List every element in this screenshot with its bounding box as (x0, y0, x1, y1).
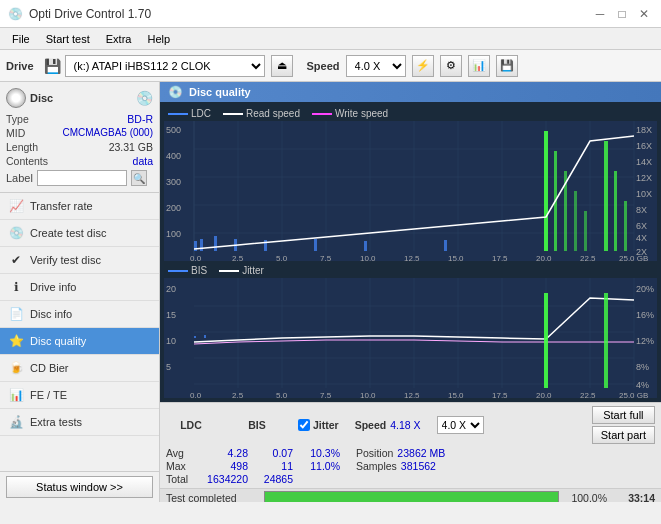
total-label: Total (166, 473, 201, 485)
speed-stat-select[interactable]: 4.0 X (437, 416, 484, 434)
length-label: Length (6, 141, 38, 153)
nav-transfer-rate[interactable]: 📈 Transfer rate (0, 193, 159, 220)
bis-legend-color (168, 270, 188, 272)
top-chart-legend: LDC Read speed Write speed (164, 106, 657, 121)
speed-icon-button[interactable]: ⚡ (412, 55, 434, 77)
svg-text:4X: 4X (636, 233, 647, 243)
drive-select[interactable]: (k:) ATAPI iHBS112 2 CLOK (65, 55, 265, 77)
minimize-button[interactable]: ─ (591, 5, 609, 23)
nav-verify-test-disc[interactable]: ✔ Verify test disc (0, 247, 159, 274)
menu-extra[interactable]: Extra (98, 31, 140, 47)
jitter-col-header: Jitter (313, 419, 339, 431)
svg-text:10.0: 10.0 (360, 391, 376, 398)
bis-col-header: BIS (248, 419, 266, 431)
nav-fe-te[interactable]: 📊 FE / TE (0, 382, 159, 409)
nav-disc-info-label: Disc info (30, 308, 72, 320)
svg-text:500: 500 (166, 125, 181, 135)
nav-cd-bier[interactable]: 🍺 CD Bier (0, 355, 159, 382)
nav-extra-tests[interactable]: 🔬 Extra tests (0, 409, 159, 436)
chart-button[interactable]: 📊 (468, 55, 490, 77)
type-value: BD-R (127, 113, 153, 125)
svg-rect-82 (604, 293, 608, 388)
svg-text:400: 400 (166, 151, 181, 161)
svg-text:15: 15 (166, 310, 176, 320)
avg-bis-value: 0.07 (256, 447, 293, 459)
speed-select[interactable]: 4.0 X 2.0 X 8.0 X (346, 55, 406, 77)
nav-create-test-label: Create test disc (30, 227, 106, 239)
settings-button[interactable]: ⚙ (440, 55, 462, 77)
mid-value: CMCMAGBA5 (000) (62, 127, 153, 139)
svg-text:20%: 20% (636, 284, 654, 294)
disc-info-icon: 📄 (8, 306, 24, 322)
svg-text:7.5: 7.5 (320, 391, 332, 398)
contents-value: data (133, 155, 153, 167)
position-value: 23862 MB (397, 447, 445, 459)
speed-stat-value: 4.18 X (390, 419, 420, 431)
save-button[interactable]: 💾 (496, 55, 518, 77)
max-jitter-value: 11.0% (301, 460, 340, 472)
app-icon: 💿 (8, 7, 23, 21)
total-ldc-value: 1634220 (201, 473, 248, 485)
panel-header: 💿 Disc quality (160, 82, 661, 102)
drive-info-icon: ℹ (8, 279, 24, 295)
titlebar-controls: ─ □ ✕ (591, 5, 653, 23)
jitter-checkbox[interactable] (298, 419, 310, 431)
jitter-checkbox-item: Jitter (298, 419, 339, 431)
disc-icon (6, 88, 26, 108)
total-bis-value: 24865 (256, 473, 293, 485)
start-part-button[interactable]: Start part (592, 426, 655, 444)
jitter-legend-color (219, 270, 239, 272)
max-ldc-value: 498 (201, 460, 248, 472)
label-edit-button[interactable]: 🔍 (131, 170, 147, 186)
cd-bier-icon: 🍺 (8, 360, 24, 376)
nav-transfer-rate-label: Transfer rate (30, 200, 93, 212)
panel-title: Disc quality (189, 86, 251, 98)
toolbar: Drive 💾 (k:) ATAPI iHBS112 2 CLOK ⏏ Spee… (0, 50, 661, 82)
nav-extra-tests-label: Extra tests (30, 416, 82, 428)
top-chart-container: LDC Read speed Write speed (164, 106, 657, 261)
menu-file[interactable]: File (4, 31, 38, 47)
maximize-button[interactable]: □ (613, 5, 631, 23)
svg-text:14X: 14X (636, 157, 652, 167)
svg-text:0.0: 0.0 (190, 254, 202, 261)
svg-text:22.5: 22.5 (580, 391, 596, 398)
disc-quality-icon: ⭐ (8, 333, 24, 349)
type-label: Type (6, 113, 29, 125)
svg-text:25.0 GB: 25.0 GB (619, 391, 648, 398)
nav-disc-info[interactable]: 📄 Disc info (0, 301, 159, 328)
jitter-legend-label: Jitter (242, 265, 264, 276)
nav-disc-quality[interactable]: ⭐ Disc quality (0, 328, 159, 355)
status-bar: Status window >> (0, 471, 159, 502)
svg-text:12%: 12% (636, 336, 654, 346)
read-speed-legend-label: Read speed (246, 108, 300, 119)
svg-rect-41 (584, 211, 587, 251)
svg-text:12.5: 12.5 (404, 254, 420, 261)
close-button[interactable]: ✕ (635, 5, 653, 23)
svg-rect-37 (544, 131, 548, 251)
svg-text:25.0 GB: 25.0 GB (619, 254, 648, 261)
menubar: File Start test Extra Help (0, 28, 661, 50)
write-speed-legend-label: Write speed (335, 108, 388, 119)
transfer-rate-icon: 📈 (8, 198, 24, 214)
svg-rect-81 (544, 293, 548, 388)
label-input[interactable] (37, 170, 127, 186)
svg-text:18X: 18X (636, 125, 652, 135)
max-label: Max (166, 460, 201, 472)
menu-help[interactable]: Help (139, 31, 178, 47)
svg-text:8%: 8% (636, 362, 649, 372)
eject-button[interactable]: ⏏ (271, 55, 293, 77)
menu-start-test[interactable]: Start test (38, 31, 98, 47)
nav-drive-info[interactable]: ℹ Drive info (0, 274, 159, 301)
max-bis-value: 11 (256, 460, 293, 472)
titlebar: 💿 Opti Drive Control 1.70 ─ □ ✕ (0, 0, 661, 28)
panel-header-icon: 💿 (168, 85, 183, 99)
svg-text:5.0: 5.0 (276, 254, 288, 261)
start-full-button[interactable]: Start full (592, 406, 655, 424)
ldc-legend-color (168, 113, 188, 115)
nav-create-test-disc[interactable]: 💿 Create test disc (0, 220, 159, 247)
drive-icon: 💾 (44, 58, 61, 74)
svg-text:16X: 16X (636, 141, 652, 151)
svg-text:10X: 10X (636, 189, 652, 199)
status-window-button[interactable]: Status window >> (6, 476, 153, 498)
samples-label: Samples (356, 460, 397, 472)
